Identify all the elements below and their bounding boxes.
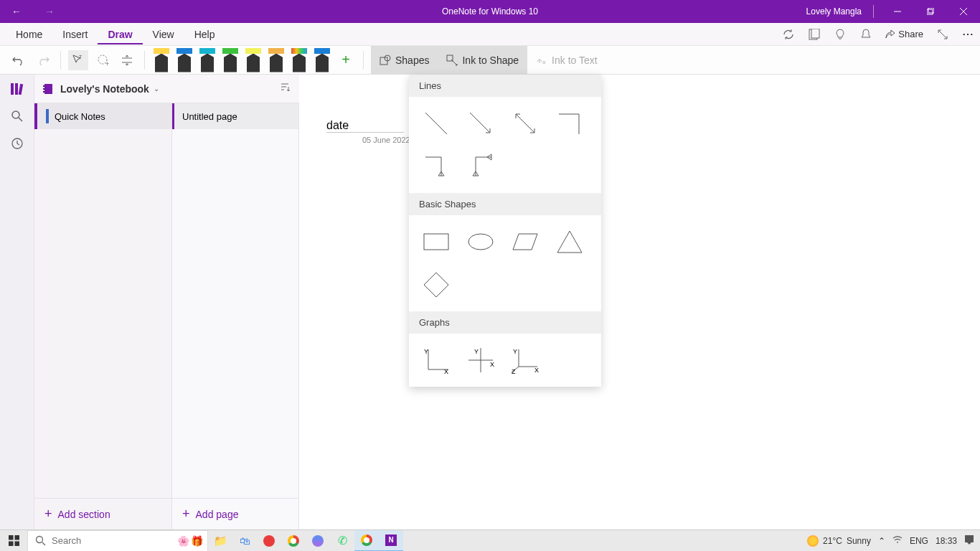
ink-to-shape-button[interactable]: Ink to Shape — [438, 46, 527, 75]
shape-elbow-1[interactable] — [552, 107, 587, 140]
forward-button[interactable]: → — [33, 6, 66, 17]
store-icon[interactable]: 🛍 — [232, 530, 257, 552]
svg-rect-40 — [9, 535, 14, 540]
search-icon[interactable] — [10, 109, 24, 123]
svg-rect-25 — [43, 85, 45, 87]
weather-widget[interactable]: 21°C Sunny — [807, 535, 871, 547]
menu-view[interactable]: View — [143, 24, 184, 44]
shape-graph-quad[interactable]: YX — [463, 344, 498, 377]
add-pen-button[interactable]: + — [336, 50, 356, 70]
pages-list: Untitled page + Add page — [172, 103, 299, 529]
minimize-button[interactable] — [881, 0, 914, 23]
svg-point-32 — [468, 234, 493, 250]
chrome-icon-1[interactable] — [281, 530, 306, 552]
pen-2[interactable] — [175, 48, 194, 72]
chrome-icon-2[interactable] — [354, 530, 379, 552]
notifications-icon[interactable] — [964, 534, 974, 547]
shape-line[interactable] — [419, 107, 453, 140]
add-section-button[interactable]: + Add section — [34, 498, 171, 529]
menu-help[interactable]: Help — [184, 24, 225, 44]
menu-insert[interactable]: Insert — [52, 24, 98, 44]
share-button[interactable]: Share — [885, 29, 923, 39]
start-button[interactable] — [0, 530, 27, 552]
taskbar-search[interactable]: 🌸🎁 — [27, 530, 208, 552]
pen-8[interactable] — [313, 48, 331, 72]
fullscreen-icon[interactable] — [936, 28, 949, 41]
pen-gallery: + — [152, 48, 356, 72]
group-graphs-header: Graphs — [409, 311, 601, 334]
tray-chevron-icon[interactable]: ⌃ — [878, 536, 885, 546]
separator — [363, 51, 364, 70]
lightbulb-icon[interactable] — [834, 28, 847, 41]
onenote-icon[interactable]: N — [379, 530, 403, 552]
notebook-header[interactable]: Lovely's Notebook ⌄ — [34, 75, 299, 103]
bell-icon[interactable] — [859, 28, 872, 41]
recent-icon[interactable] — [10, 136, 24, 151]
draw-ribbon: T + + Shapes Ink to Shape a Ink to Text — [0, 46, 980, 75]
shapes-button[interactable]: Shapes — [371, 46, 438, 75]
pen-1[interactable] — [152, 48, 171, 72]
pen-7[interactable] — [290, 48, 308, 72]
taskbar: 🌸🎁 📁 🛍 ✆ N 21°C Sunny ⌃ ENG 18:33 — [0, 529, 980, 551]
wifi-icon[interactable] — [892, 535, 903, 546]
pen-5[interactable] — [244, 48, 263, 72]
ink-to-text-button: a Ink to Text — [527, 46, 606, 75]
section-item[interactable]: Quick Notes — [34, 103, 171, 129]
notebooks-icon[interactable] — [10, 82, 24, 96]
share-icon — [885, 29, 895, 39]
shape-arrow[interactable] — [463, 107, 498, 140]
group-lines-header: Lines — [409, 75, 601, 97]
menu-home[interactable]: Home — [6, 24, 52, 44]
type-tool[interactable]: T — [68, 50, 88, 70]
shape-double-arrow[interactable] — [508, 107, 542, 140]
pen-3[interactable] — [198, 48, 217, 72]
share-label: Share — [898, 29, 923, 39]
shapes-group: Shapes Ink to Shape a Ink to Text — [371, 46, 606, 75]
nav-rail — [0, 75, 34, 529]
chevron-down-icon: ⌄ — [154, 85, 159, 93]
weather-temp: 21°C — [823, 536, 842, 546]
insert-space-tool[interactable] — [117, 50, 137, 70]
shape-graph-xy[interactable]: YX — [419, 344, 453, 377]
shape-elbow-arrow-2[interactable] — [463, 150, 498, 183]
svg-line-29 — [470, 113, 490, 133]
page-item[interactable]: Untitled page — [172, 103, 298, 129]
svg-point-44 — [37, 537, 43, 543]
undo-button[interactable] — [9, 50, 29, 70]
system-tray: 21°C Sunny ⌃ ENG 18:33 — [807, 534, 980, 547]
shape-parallelogram[interactable] — [508, 225, 542, 258]
pen-6[interactable] — [267, 48, 286, 72]
menu-draw[interactable]: Draw — [98, 24, 142, 44]
page-canvas[interactable]: date 05 June 2022 — [299, 75, 980, 529]
clock[interactable]: 18:33 — [936, 536, 957, 546]
back-button[interactable]: ← — [0, 6, 33, 17]
opera-icon[interactable] — [257, 530, 281, 552]
add-page-button[interactable]: + Add page — [172, 498, 298, 529]
user-name[interactable]: Lovely Mangla — [806, 6, 862, 17]
separator — [60, 51, 61, 70]
pen-4[interactable] — [221, 48, 240, 72]
whatsapp-icon[interactable]: ✆ — [330, 530, 354, 552]
file-explorer-icon[interactable]: 📁 — [208, 530, 232, 552]
sync-icon[interactable] — [782, 28, 795, 41]
shape-graph-3d[interactable]: YXZ — [508, 344, 542, 377]
svg-line-30 — [516, 114, 534, 133]
language-indicator[interactable]: ENG — [910, 536, 928, 546]
maximize-button[interactable] — [914, 0, 947, 23]
svg-rect-27 — [43, 91, 45, 93]
shape-elbow-arrow-1[interactable] — [419, 150, 453, 183]
more-button[interactable]: ⋯ — [962, 27, 974, 41]
shape-triangle[interactable] — [552, 225, 587, 258]
plus-icon: + — [44, 507, 52, 522]
svg-text:Y: Y — [474, 348, 479, 355]
lasso-tool[interactable]: + — [93, 50, 113, 70]
shape-ellipse[interactable] — [463, 225, 498, 258]
shape-rectangle[interactable] — [419, 225, 453, 258]
page-view-icon[interactable] — [808, 28, 821, 41]
shape-diamond[interactable] — [419, 268, 453, 301]
sort-button[interactable] — [279, 82, 291, 96]
app-icon-1[interactable] — [306, 530, 330, 552]
add-section-label: Add section — [58, 509, 110, 520]
close-button[interactable] — [947, 0, 980, 23]
window-title: OneNote for Windows 10 — [442, 6, 538, 17]
